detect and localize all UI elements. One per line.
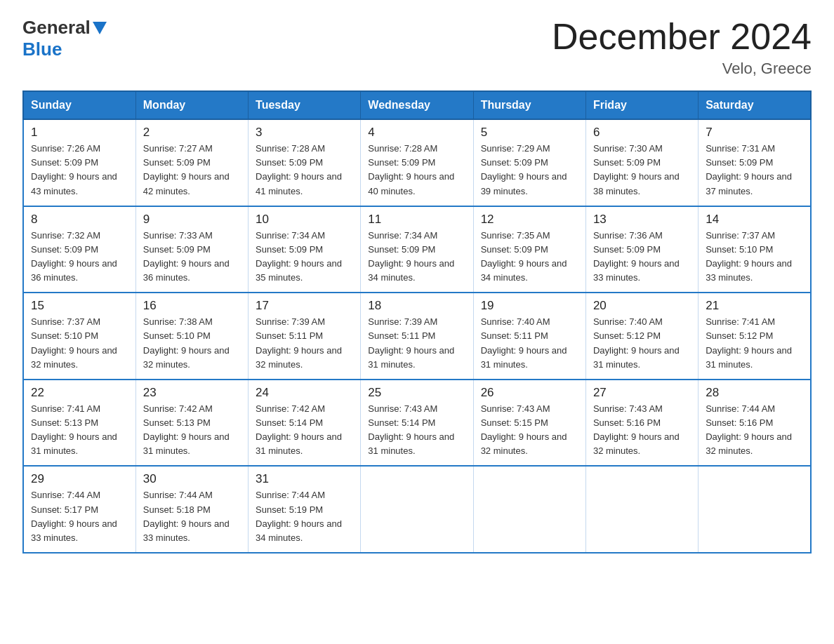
day-number: 31	[256, 472, 353, 486]
calendar-header: SundayMondayTuesdayWednesdayThursdayFrid…	[23, 91, 811, 119]
calendar-cell: 27 Sunrise: 7:43 AMSunset: 5:16 PMDaylig…	[585, 380, 698, 467]
header-sunday: Sunday	[23, 91, 135, 119]
day-info: Sunrise: 7:44 AMSunset: 5:16 PMDaylight:…	[706, 403, 792, 456]
day-number: 30	[143, 472, 241, 486]
day-info: Sunrise: 7:32 AMSunset: 5:09 PMDaylight:…	[31, 230, 117, 283]
day-info: Sunrise: 7:44 AMSunset: 5:17 PMDaylight:…	[31, 490, 117, 542]
week-row-2: 8 Sunrise: 7:32 AMSunset: 5:09 PMDayligh…	[23, 206, 811, 293]
week-row-1: 1 Sunrise: 7:26 AMSunset: 5:09 PMDayligh…	[23, 119, 811, 206]
calendar-cell: 22 Sunrise: 7:41 AMSunset: 5:13 PMDaylig…	[23, 380, 135, 467]
logo-general-text: General	[22, 17, 91, 39]
calendar-cell: 2 Sunrise: 7:27 AMSunset: 5:09 PMDayligh…	[135, 119, 248, 206]
day-number: 9	[143, 213, 241, 227]
calendar-cell: 1 Sunrise: 7:26 AMSunset: 5:09 PMDayligh…	[23, 119, 135, 206]
day-number: 24	[256, 386, 353, 400]
day-info: Sunrise: 7:34 AMSunset: 5:09 PMDaylight:…	[256, 230, 342, 283]
header-monday: Monday	[135, 91, 248, 119]
day-info: Sunrise: 7:28 AMSunset: 5:09 PMDaylight:…	[368, 143, 454, 196]
week-row-4: 22 Sunrise: 7:41 AMSunset: 5:13 PMDaylig…	[23, 380, 811, 467]
header-wednesday: Wednesday	[361, 91, 473, 119]
day-info: Sunrise: 7:37 AMSunset: 5:10 PMDaylight:…	[706, 230, 792, 283]
day-info: Sunrise: 7:30 AMSunset: 5:09 PMDaylight:…	[593, 143, 680, 196]
day-info: Sunrise: 7:34 AMSunset: 5:09 PMDaylight:…	[368, 230, 454, 283]
header-row: SundayMondayTuesdayWednesdayThursdayFrid…	[23, 91, 811, 119]
header-friday: Friday	[585, 91, 698, 119]
calendar-cell: 21 Sunrise: 7:41 AMSunset: 5:12 PMDaylig…	[699, 293, 811, 380]
logo-blue-text: Blue	[22, 39, 62, 60]
logo-triangle-icon	[93, 22, 107, 34]
title-area: December 2024 Velo, Greece	[552, 17, 812, 78]
day-number: 16	[143, 299, 241, 313]
calendar-cell: 7 Sunrise: 7:31 AMSunset: 5:09 PMDayligh…	[699, 119, 811, 206]
day-number: 15	[31, 299, 128, 313]
day-number: 12	[481, 213, 578, 227]
calendar-cell: 9 Sunrise: 7:33 AMSunset: 5:09 PMDayligh…	[135, 206, 248, 293]
day-info: Sunrise: 7:44 AMSunset: 5:19 PMDaylight:…	[256, 490, 342, 542]
week-row-3: 15 Sunrise: 7:37 AMSunset: 5:10 PMDaylig…	[23, 293, 811, 380]
calendar-cell: 30 Sunrise: 7:44 AMSunset: 5:18 PMDaylig…	[135, 466, 248, 553]
day-info: Sunrise: 7:29 AMSunset: 5:09 PMDaylight:…	[481, 143, 567, 196]
calendar-cell: 18 Sunrise: 7:39 AMSunset: 5:11 PMDaylig…	[361, 293, 473, 380]
day-number: 4	[368, 126, 465, 140]
calendar-cell: 12 Sunrise: 7:35 AMSunset: 5:09 PMDaylig…	[473, 206, 585, 293]
calendar-cell: 31 Sunrise: 7:44 AMSunset: 5:19 PMDaylig…	[249, 466, 361, 553]
day-number: 17	[256, 299, 353, 313]
calendar-cell: 16 Sunrise: 7:38 AMSunset: 5:10 PMDaylig…	[135, 293, 248, 380]
day-info: Sunrise: 7:39 AMSunset: 5:11 PMDaylight:…	[368, 316, 454, 369]
day-number: 3	[256, 126, 353, 140]
day-number: 19	[481, 299, 578, 313]
day-info: Sunrise: 7:38 AMSunset: 5:10 PMDaylight:…	[143, 316, 230, 369]
calendar-cell: 24 Sunrise: 7:42 AMSunset: 5:14 PMDaylig…	[249, 380, 361, 467]
calendar-cell: 29 Sunrise: 7:44 AMSunset: 5:17 PMDaylig…	[23, 466, 135, 553]
calendar-cell: 23 Sunrise: 7:42 AMSunset: 5:13 PMDaylig…	[135, 380, 248, 467]
day-number: 27	[593, 386, 691, 400]
day-info: Sunrise: 7:42 AMSunset: 5:13 PMDaylight:…	[143, 403, 230, 456]
calendar-cell	[361, 466, 473, 553]
calendar-cell: 8 Sunrise: 7:32 AMSunset: 5:09 PMDayligh…	[23, 206, 135, 293]
calendar-cell: 19 Sunrise: 7:40 AMSunset: 5:11 PMDaylig…	[473, 293, 585, 380]
day-info: Sunrise: 7:41 AMSunset: 5:12 PMDaylight:…	[706, 316, 792, 369]
day-info: Sunrise: 7:28 AMSunset: 5:09 PMDaylight:…	[256, 143, 342, 196]
calendar-cell	[585, 466, 698, 553]
calendar-cell: 25 Sunrise: 7:43 AMSunset: 5:14 PMDaylig…	[361, 380, 473, 467]
day-number: 5	[481, 126, 578, 140]
page-header: General Blue December 2024 Velo, Greece	[22, 17, 812, 78]
day-info: Sunrise: 7:40 AMSunset: 5:11 PMDaylight:…	[481, 316, 567, 369]
month-title: December 2024	[552, 17, 812, 57]
calendar-cell: 28 Sunrise: 7:44 AMSunset: 5:16 PMDaylig…	[699, 380, 811, 467]
day-number: 7	[706, 126, 803, 140]
calendar-cell: 10 Sunrise: 7:34 AMSunset: 5:09 PMDaylig…	[249, 206, 361, 293]
calendar-cell: 11 Sunrise: 7:34 AMSunset: 5:09 PMDaylig…	[361, 206, 473, 293]
day-number: 22	[31, 386, 128, 400]
day-info: Sunrise: 7:44 AMSunset: 5:18 PMDaylight:…	[143, 490, 230, 542]
week-row-5: 29 Sunrise: 7:44 AMSunset: 5:17 PMDaylig…	[23, 466, 811, 553]
day-number: 25	[368, 386, 465, 400]
day-number: 13	[593, 213, 691, 227]
day-info: Sunrise: 7:42 AMSunset: 5:14 PMDaylight:…	[256, 403, 342, 456]
day-info: Sunrise: 7:39 AMSunset: 5:11 PMDaylight:…	[256, 316, 342, 369]
day-info: Sunrise: 7:26 AMSunset: 5:09 PMDaylight:…	[31, 143, 117, 196]
calendar-cell: 26 Sunrise: 7:43 AMSunset: 5:15 PMDaylig…	[473, 380, 585, 467]
day-number: 6	[593, 126, 691, 140]
day-info: Sunrise: 7:43 AMSunset: 5:16 PMDaylight:…	[593, 403, 680, 456]
calendar-cell: 6 Sunrise: 7:30 AMSunset: 5:09 PMDayligh…	[585, 119, 698, 206]
location: Velo, Greece	[552, 60, 812, 78]
day-info: Sunrise: 7:36 AMSunset: 5:09 PMDaylight:…	[593, 230, 680, 283]
day-number: 18	[368, 299, 465, 313]
calendar-cell: 5 Sunrise: 7:29 AMSunset: 5:09 PMDayligh…	[473, 119, 585, 206]
calendar-cell: 14 Sunrise: 7:37 AMSunset: 5:10 PMDaylig…	[699, 206, 811, 293]
day-info: Sunrise: 7:43 AMSunset: 5:15 PMDaylight:…	[481, 403, 567, 456]
day-number: 11	[368, 213, 465, 227]
day-info: Sunrise: 7:40 AMSunset: 5:12 PMDaylight:…	[593, 316, 680, 369]
day-number: 2	[143, 126, 241, 140]
calendar-cell: 3 Sunrise: 7:28 AMSunset: 5:09 PMDayligh…	[249, 119, 361, 206]
day-number: 23	[143, 386, 241, 400]
day-number: 1	[31, 126, 128, 140]
day-info: Sunrise: 7:31 AMSunset: 5:09 PMDaylight:…	[706, 143, 792, 196]
day-number: 20	[593, 299, 691, 313]
day-number: 26	[481, 386, 578, 400]
day-info: Sunrise: 7:35 AMSunset: 5:09 PMDaylight:…	[481, 230, 567, 283]
day-info: Sunrise: 7:43 AMSunset: 5:14 PMDaylight:…	[368, 403, 454, 456]
header-tuesday: Tuesday	[249, 91, 361, 119]
day-number: 21	[706, 299, 803, 313]
